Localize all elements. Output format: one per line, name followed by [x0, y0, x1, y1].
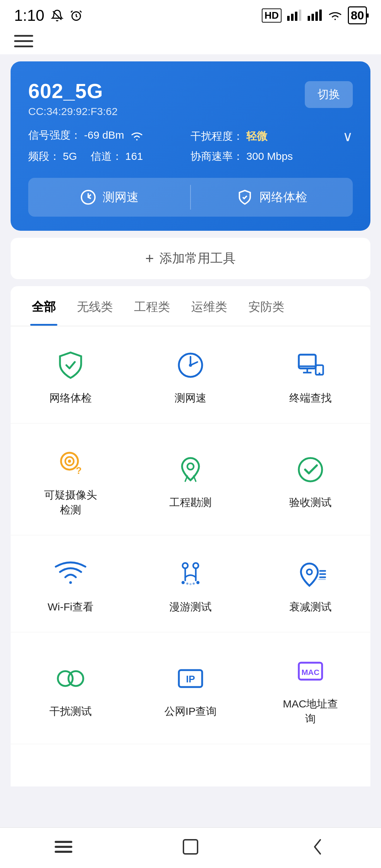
tool-icon-attenuation: [293, 556, 328, 592]
svg-point-21: [68, 460, 71, 463]
hd-badge: HD: [262, 8, 282, 23]
tool-survey[interactable]: 工程勘测: [131, 423, 250, 535]
svg-point-29: [182, 581, 185, 584]
channel-label: 信道：: [91, 150, 122, 162]
band-value: 5G: [63, 150, 77, 162]
tool-wifi-view[interactable]: Wi-Fi查看: [11, 535, 131, 632]
tool-label-acceptance: 验收测试: [289, 495, 332, 510]
tool-label-interference: 干扰测试: [49, 704, 92, 719]
svg-rect-46: [55, 846, 72, 848]
alarm-icon: [70, 9, 83, 22]
status-bar: 1:10 HD 80: [0, 0, 381, 28]
svg-rect-2: [287, 16, 290, 21]
tabs-container: 全部 无线类 工程类 运维类 安防类: [11, 286, 370, 326]
status-icons: HD 80: [262, 6, 367, 24]
hamburger-bar: [0, 28, 381, 54]
svg-rect-47: [55, 851, 72, 853]
speed-stat: 协商速率： 300 Mbps: [190, 149, 353, 164]
tool-acceptance[interactable]: 验收测试: [250, 423, 370, 535]
plus-icon: +: [145, 250, 154, 267]
svg-text:?: ?: [76, 465, 82, 476]
network-check-button[interactable]: 网络体检: [191, 178, 353, 217]
tool-label-survey: 工程勘测: [169, 495, 212, 510]
tool-roaming-test[interactable]: 漫游测试: [131, 535, 250, 632]
tool-interference[interactable]: 干扰测试: [11, 632, 131, 744]
switch-button[interactable]: 切换: [305, 81, 353, 108]
svg-rect-8: [315, 12, 318, 21]
tool-label-terminal-find: 终端查找: [289, 391, 332, 405]
menu-button[interactable]: [14, 35, 33, 47]
wifi-ssid: 602_5G: [28, 79, 118, 103]
add-tools-bar[interactable]: + 添加常用工具: [11, 238, 370, 279]
tool-label-wifi-view: Wi-Fi查看: [48, 599, 93, 614]
tab-security[interactable]: 安防类: [238, 286, 295, 326]
signal-label: 信号强度：: [28, 129, 81, 141]
tool-speed-test[interactable]: 测网速: [131, 326, 250, 423]
interference-label: 干扰程度：: [190, 130, 243, 142]
tab-wireless[interactable]: 无线类: [66, 286, 123, 326]
wifi-stats: 信号强度： -69 dBm 干扰程度： 轻微 ∨ 频段： 5G 信道： 161 …: [28, 128, 353, 164]
tool-camera-detect[interactable]: ? 可疑摄像头 检测: [11, 423, 131, 535]
tool-icon-acceptance: [293, 452, 328, 487]
svg-text:IP: IP: [186, 674, 195, 685]
tab-ops[interactable]: 运维类: [181, 286, 238, 326]
battery-icon: 80: [348, 6, 367, 24]
interference-value: 轻微: [246, 130, 267, 142]
wifi-info: 602_5G CC:34:29:92:F3:62: [28, 79, 118, 117]
add-tools-label: 添加常用工具: [159, 250, 236, 267]
svg-point-33: [196, 581, 200, 584]
tool-ip-query[interactable]: IP 公网IP查询: [131, 632, 250, 744]
svg-rect-4: [295, 12, 297, 21]
tool-terminal-find[interactable]: 终端查找: [250, 326, 370, 423]
wifi-actions: 测网速 网络体检: [28, 178, 353, 217]
tool-label-mac-query: MAC地址查 询: [283, 697, 338, 726]
svg-rect-5: [299, 10, 301, 21]
bottom-nav: [0, 827, 381, 868]
tool-icon-roaming-test: [173, 556, 208, 592]
tool-label-roaming-test: 漫游测试: [169, 599, 212, 614]
tab-all[interactable]: 全部: [21, 286, 66, 326]
notification-icon: [51, 9, 64, 22]
svg-point-12: [189, 364, 192, 367]
tool-network-check[interactable]: 网络体检: [11, 326, 131, 423]
svg-point-30: [186, 583, 188, 585]
svg-point-32: [193, 583, 195, 585]
nav-back[interactable]: [303, 836, 332, 857]
svg-rect-45: [55, 841, 72, 843]
tool-icon-camera-detect: ?: [53, 445, 88, 480]
tool-mac-query[interactable]: MAC MAC地址查 询: [250, 632, 370, 744]
wifi-status-icon: [327, 10, 343, 22]
band-channel-stat: 频段： 5G 信道： 161: [28, 149, 190, 164]
svg-point-23: [187, 463, 194, 470]
svg-rect-48: [183, 840, 198, 854]
svg-point-31: [189, 583, 192, 585]
signal-icon-1: [286, 10, 302, 22]
speed-value: 300 Mbps: [246, 150, 293, 162]
nav-home[interactable]: [176, 836, 205, 857]
tool-label-ip-query: 公网IP查询: [164, 704, 217, 719]
svg-rect-3: [291, 14, 294, 21]
expand-icon[interactable]: ∨: [343, 128, 353, 144]
svg-point-40: [68, 671, 83, 686]
nav-menu[interactable]: [49, 836, 78, 857]
bottom-spacer: [11, 744, 370, 786]
tool-label-speed-test: 测网速: [175, 391, 206, 405]
tool-icon-network-check: [53, 348, 88, 383]
speed-test-icon: [80, 189, 96, 205]
tool-label-camera-detect: 可疑摄像头 检测: [44, 488, 97, 517]
chevron-left-icon: [310, 836, 325, 857]
wifi-mac: CC:34:29:92:F3:62: [28, 106, 118, 117]
svg-text:MAC: MAC: [301, 668, 319, 677]
tool-icon-speed-test: [173, 348, 208, 383]
interference-stat: 干扰程度： 轻微 ∨: [190, 128, 353, 144]
tool-icon-terminal-find: [293, 348, 328, 383]
signal-stat: 信号强度： -69 dBm: [28, 128, 190, 144]
status-time: 1:10: [14, 7, 44, 24]
svg-point-34: [307, 569, 312, 575]
test-speed-button[interactable]: 测网速: [28, 178, 190, 217]
svg-point-24: [299, 458, 322, 481]
tool-attenuation[interactable]: 衰减测试: [250, 535, 370, 632]
tab-engineering[interactable]: 工程类: [123, 286, 181, 326]
band-label: 频段：: [28, 150, 60, 162]
wifi-card-header: 602_5G CC:34:29:92:F3:62 切换: [28, 79, 353, 117]
